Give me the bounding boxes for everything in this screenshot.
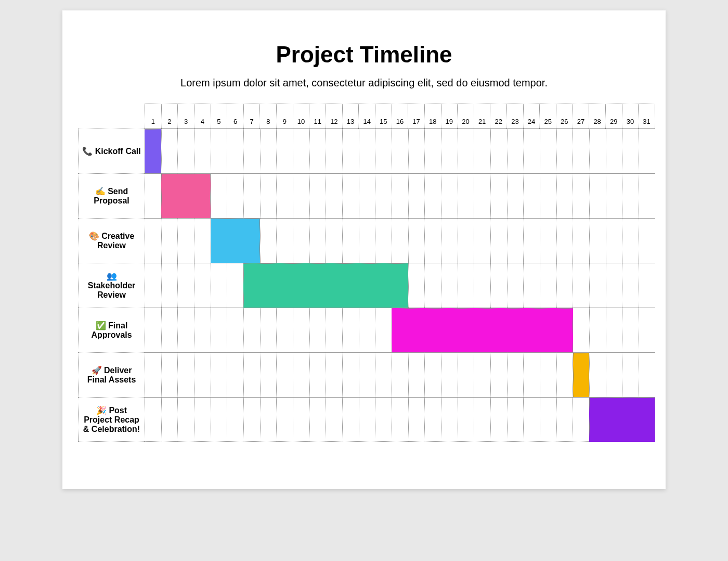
grid-cell [606,219,622,263]
grid-cell [260,129,277,173]
grid-cell [424,219,441,263]
grid-cell [326,219,342,263]
grid-cell [474,353,490,397]
grid-cell [589,353,606,397]
gantt-bar[interactable] [573,353,590,398]
gantt-bar[interactable] [161,174,211,219]
grid-cell [293,398,309,441]
grid-cell [424,263,441,308]
grid-cell [342,353,359,397]
grid-cell [276,308,293,352]
grid-cell [260,353,277,397]
grid-cell [276,219,293,263]
grid-cell [359,129,375,173]
grid-cell [606,129,622,173]
grid-cell [326,398,342,441]
grid-cell [589,129,606,173]
grid-cell [424,174,441,218]
grid-cell [523,219,540,263]
day-header-cell: 19 [441,104,458,129]
grid-cell [161,398,178,441]
task-label-text: Kickoff Call [93,147,140,156]
gantt-bar[interactable] [243,263,408,308]
grid-cell [177,219,194,263]
gantt-row [145,129,655,173]
grid-cell [326,174,342,218]
day-header-cell: 10 [293,104,309,129]
grid-cell [523,129,540,173]
grid-cell [573,398,589,441]
grid-cell [507,353,524,397]
grid-cell [523,398,540,441]
day-header-cell: 20 [457,104,474,129]
grid-cell [145,353,161,397]
gantt-bar[interactable] [392,308,573,353]
task-label: ✍️ Send Proposal [78,173,145,218]
grid-cell [639,308,655,352]
grid-cell [309,174,326,218]
grid-cell [243,308,260,352]
day-header-cell: 9 [276,104,293,129]
task-emoji-icon: 🚀 [92,366,102,375]
grid-cell [490,353,507,397]
chart-subtitle: Lorem ipsum dolor sit amet, consectetur … [78,77,650,89]
task-label-text: Stakeholder Review [88,281,136,299]
grid-cell [211,263,227,308]
grid-cell [293,308,309,352]
grid-cell [194,353,211,397]
grid-cell [573,263,589,308]
grid-cell [326,129,342,173]
chart-title: Project Timeline [78,42,650,68]
grid-cell [260,398,277,441]
grid-cell [573,308,589,352]
grid-cell [458,219,474,263]
grid-cell [589,174,606,218]
grid-cell [309,129,326,173]
day-header-cell: 24 [523,104,540,129]
grid-cell [507,263,524,308]
gantt-bar[interactable] [589,398,655,442]
gantt-rows [145,129,655,442]
grid-cell [359,174,375,218]
grid-cell [622,219,639,263]
day-header-cell: 5 [211,104,227,129]
grid-cell [177,308,194,352]
task-label-column: 📞 Kickoff Call✍️ Send Proposal🎨 Creative… [78,104,145,442]
grid-cell [375,398,392,441]
grid-cell [276,398,293,441]
day-header-cell: 2 [161,104,178,129]
grid-cell [359,353,375,397]
gantt-bar[interactable] [211,219,260,263]
grid-cell [639,263,655,308]
gantt-row [145,218,655,263]
grid-cell [161,129,178,173]
grid-cell [161,263,178,308]
grid-cell [260,174,277,218]
grid-cell [622,129,639,173]
grid-cell [227,353,243,397]
grid-cell [622,308,639,352]
grid-cell [458,398,474,441]
gantt-bar[interactable] [145,129,161,174]
grid-cell [458,129,474,173]
grid-cell [639,174,655,218]
grid-cell [375,353,392,397]
day-header-cell: 6 [227,104,243,129]
grid-cell [606,263,622,308]
grid-cell [458,174,474,218]
grid-cell [490,263,507,308]
grid-cell [474,398,490,441]
grid-cell [194,219,211,263]
grid-cell [458,353,474,397]
grid-cell [556,263,573,308]
grid-cell [622,263,639,308]
grid-cell [177,398,194,441]
day-header-cell: 13 [342,104,359,129]
grid-cell [375,174,392,218]
day-header-cell: 29 [605,104,622,129]
grid-cell [342,308,359,352]
grid-cell [392,129,408,173]
day-header-cell: 7 [243,104,260,129]
grid-cell [276,353,293,397]
grid-cell [194,308,211,352]
